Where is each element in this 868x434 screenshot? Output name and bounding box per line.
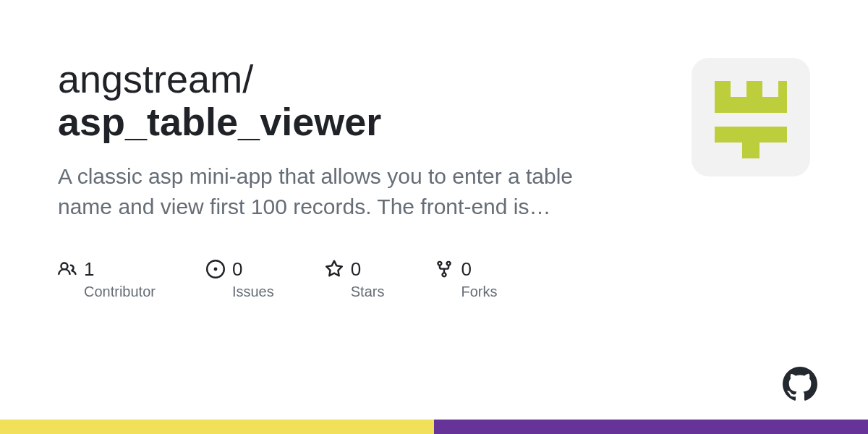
svg-rect-7 bbox=[778, 97, 787, 113]
stat-contributors[interactable]: 1 Contributor bbox=[58, 258, 156, 300]
svg-rect-1 bbox=[715, 97, 731, 113]
stat-count: 1 bbox=[84, 258, 94, 281]
language-segment-css bbox=[434, 420, 868, 434]
stat-forks[interactable]: 0 Forks bbox=[435, 258, 497, 300]
language-bar bbox=[0, 420, 868, 434]
repo-name[interactable]: asp_table_viewer bbox=[58, 100, 381, 143]
stat-label: Contributor bbox=[84, 284, 156, 300]
people-icon bbox=[58, 260, 77, 278]
stat-label: Stars bbox=[351, 284, 385, 300]
svg-rect-3 bbox=[746, 81, 762, 97]
repo-owner[interactable]: angstream bbox=[58, 57, 242, 101]
stat-count: 0 bbox=[351, 258, 361, 281]
title-block: angstream/ asp_table_viewer bbox=[58, 58, 608, 144]
svg-rect-5 bbox=[762, 97, 778, 113]
svg-rect-6 bbox=[778, 81, 787, 97]
star-icon bbox=[325, 260, 344, 278]
stat-label: Issues bbox=[232, 284, 274, 300]
stat-issues[interactable]: 0 Issues bbox=[206, 258, 274, 300]
svg-rect-4 bbox=[746, 97, 762, 113]
repo-card: angstream/ asp_table_viewer A classic as… bbox=[0, 0, 868, 434]
svg-rect-9 bbox=[742, 142, 760, 158]
svg-rect-2 bbox=[731, 97, 746, 113]
svg-rect-0 bbox=[715, 81, 731, 97]
stat-count: 0 bbox=[461, 258, 471, 281]
stat-count: 0 bbox=[232, 258, 242, 281]
stat-stars[interactable]: 0 Stars bbox=[325, 258, 385, 300]
avatar[interactable] bbox=[692, 58, 810, 176]
stats-row: 1 Contributor 0 Issues 0 Stars bbox=[58, 258, 608, 300]
github-logo-icon[interactable] bbox=[783, 367, 817, 401]
svg-rect-8 bbox=[715, 127, 787, 142]
issue-icon bbox=[206, 260, 225, 278]
content-area: angstream/ asp_table_viewer A classic as… bbox=[58, 58, 608, 434]
language-segment-javascript bbox=[0, 420, 434, 434]
repo-description: A classic asp mini-app that allows you t… bbox=[58, 161, 608, 222]
stat-label: Forks bbox=[461, 284, 497, 300]
fork-icon bbox=[435, 260, 454, 278]
avatar-pixel-icon bbox=[704, 70, 798, 164]
owner-slash: / bbox=[242, 57, 253, 101]
